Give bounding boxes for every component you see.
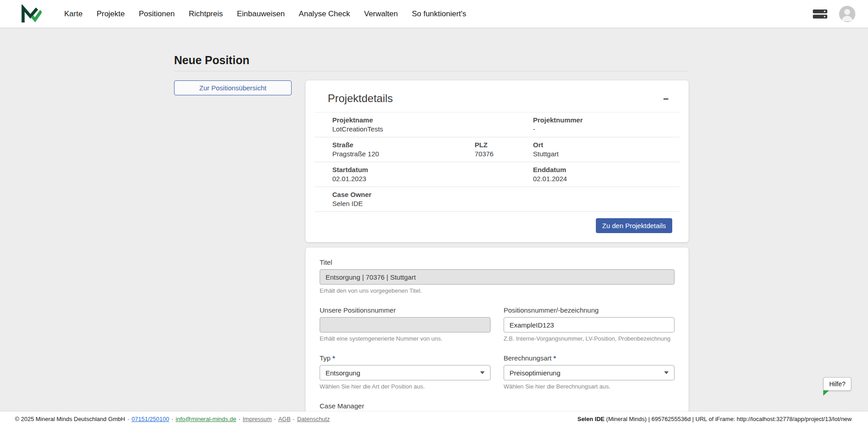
chevron-down-icon — [480, 371, 485, 374]
berechnungsart-help-text: Wählen Sie hier die Berechnungsart aus. — [504, 383, 675, 390]
main-menu: Karte Projekte Positionen Richtpreis Ein… — [64, 9, 466, 19]
nav-analyse-check[interactable]: Analyse Check — [299, 9, 350, 19]
footer-left: © 2025 Mineral Minds Deutschland GmbH · … — [15, 416, 330, 422]
logo-icon — [21, 5, 42, 23]
separator: · — [274, 416, 276, 422]
nav-projekte[interactable]: Projekte — [97, 9, 125, 19]
user-avatar[interactable] — [839, 6, 855, 22]
help-button-label: Hilfe? — [829, 380, 845, 388]
bezeichnung-help-text: Z.B. Interne-Vorgangsnummer, LV-Position… — [504, 335, 675, 342]
projektnummer-label: Projektnummer — [533, 116, 662, 124]
typ-select-value: Entsorgung — [326, 369, 360, 377]
table-row: Projektname LotCreationTests Projektnumm… — [315, 112, 679, 137]
plz-value: 70376 — [475, 150, 533, 158]
right-column: Projektdetails − Projektname LotCreation… — [306, 80, 689, 426]
typ-select[interactable]: Entsorgung — [320, 365, 491, 380]
projektname-value: LotCreationTests — [332, 125, 475, 133]
main-content: Neue Position Zur Positionsübersicht Pro… — [0, 28, 868, 426]
required-asterisk: * — [332, 354, 335, 362]
typ-label: Typ * — [320, 354, 491, 362]
mineral-minds-logo[interactable] — [21, 5, 42, 23]
positionsnummer-input — [320, 317, 491, 332]
session-info: Selen IDE (Mineral Minds) | 69576255536d… — [577, 416, 852, 422]
enddatum-value: 02.01.2024 — [533, 175, 662, 183]
typ-field: Typ * Entsorgung Wählen Sie hier die Art… — [320, 354, 491, 390]
agb-link[interactable]: AGB — [278, 416, 290, 422]
required-asterisk: * — [553, 354, 556, 362]
projektdetails-card: Projektdetails − Projektname LotCreation… — [306, 80, 689, 242]
zu-den-projektdetails-button[interactable]: Zu den Projektdetails — [596, 218, 672, 233]
help-button[interactable]: Hilfe? — [823, 377, 851, 391]
footer: © 2025 Mineral Minds Deutschland GmbH · … — [0, 412, 868, 426]
berechnungsart-field: Berechnungsart * Preisoptimierung Wählen… — [504, 354, 675, 390]
left-column: Zur Positionsübersicht — [174, 80, 292, 95]
case-owner-label: Case Owner — [332, 191, 475, 199]
page-title: Neue Position — [174, 54, 689, 67]
projektnummer-cell: Projektnummer - — [533, 116, 662, 133]
phone-link[interactable]: 07151/250100 — [132, 416, 169, 422]
title-block: Neue Position — [174, 54, 689, 71]
copyright-text: © 2025 Mineral Minds Deutschland GmbH — [15, 416, 125, 422]
titel-label: Titel — [320, 258, 675, 267]
table-row: Startdatum 02.01.2023 Enddatum 02.01.202… — [315, 162, 679, 187]
collapse-icon[interactable]: − — [660, 94, 672, 103]
plz-label: PLZ — [475, 141, 533, 149]
positionsnummer-help-text: Erhält eine systemgenerierte Nummer von … — [320, 335, 491, 342]
plz-cell: PLZ 70376 — [475, 141, 533, 158]
nav-karte[interactable]: Karte — [64, 9, 83, 19]
projektname-label: Projektname — [332, 116, 475, 124]
projektdetails-title: Projektdetails — [328, 92, 393, 105]
email-link[interactable]: info@mineral-minds.de — [176, 416, 236, 422]
chevron-down-icon — [664, 371, 669, 374]
berechnungsart-select[interactable]: Preisoptimierung — [504, 365, 675, 380]
strasse-label: Straße — [332, 141, 475, 149]
positionsnummer-label: Unsere Positionsnummer — [320, 306, 491, 314]
separator: · — [127, 416, 129, 422]
nav-einbauweisen[interactable]: Einbauweisen — [237, 9, 285, 19]
strasse-cell: Straße Pragstraße 120 — [332, 141, 475, 158]
projektnummer-value: - — [533, 125, 662, 133]
impressum-link[interactable]: Impressum — [243, 416, 272, 422]
bezeichnung-input[interactable] — [504, 317, 675, 332]
startdatum-cell: Startdatum 02.01.2023 — [332, 166, 475, 183]
separator: · — [293, 416, 295, 422]
titel-field: Titel Erhält den von uns vorgegebenen Ti… — [320, 258, 675, 295]
bezeichnung-field: Positionsnummer/-bezeichnung Z.B. Intern… — [504, 306, 675, 342]
nav-verwalten[interactable]: Verwalten — [364, 9, 398, 19]
table-row: Straße Pragstraße 120 PLZ 70376 Ort Stut… — [315, 137, 679, 162]
help-bubble-tail — [823, 390, 829, 396]
case-owner-value: Selen IDE — [332, 200, 475, 208]
case-owner-cell: Case Owner Selen IDE — [332, 191, 475, 208]
typ-help-text: Wählen Sie hier die Art der Position aus… — [320, 383, 491, 390]
case-manager-label: Case Manager — [320, 402, 675, 410]
titel-input — [320, 269, 675, 285]
bezeichnung-label: Positionsnummer/-bezeichnung — [504, 306, 675, 314]
projektname-cell: Projektname LotCreationTests — [332, 116, 475, 133]
enddatum-cell: Enddatum 02.01.2024 — [533, 166, 662, 183]
separator: · — [238, 416, 240, 422]
startdatum-value: 02.01.2023 — [332, 175, 475, 183]
titel-help-text: Erhält den von uns vorgegebenen Titel. — [320, 287, 675, 295]
ort-label: Ort — [533, 141, 662, 149]
separator: · — [171, 416, 173, 422]
nav-right-icons — [813, 6, 855, 22]
berechnungsart-select-value: Preisoptimierung — [509, 369, 561, 377]
enddatum-label: Enddatum — [533, 166, 662, 174]
nav-richtpreis[interactable]: Richtpreis — [189, 9, 223, 19]
server-icon[interactable] — [813, 9, 827, 19]
project-details-table: Projektname LotCreationTests Projektnumm… — [315, 112, 679, 212]
nav-positionen[interactable]: Positionen — [139, 9, 175, 19]
top-navigation: Karte Projekte Positionen Richtpreis Ein… — [0, 0, 868, 28]
datenschutz-link[interactable]: Datenschutz — [297, 416, 330, 422]
nav-so-funktionierts[interactable]: So funktioniert's — [412, 9, 466, 19]
ort-cell: Ort Stuttgart — [533, 141, 662, 158]
table-row: Case Owner Selen IDE — [315, 187, 679, 212]
position-form-card: Titel Erhält den von uns vorgegebenen Ti… — [306, 248, 689, 426]
zur-positionsuebersicht-button[interactable]: Zur Positionsübersicht — [174, 80, 292, 95]
ort-value: Stuttgart — [533, 150, 662, 158]
startdatum-label: Startdatum — [332, 166, 475, 174]
session-user: Selen IDE — [577, 416, 604, 422]
person-icon — [839, 6, 855, 22]
session-details: (Mineral Minds) | 69576255536d | URL of … — [604, 416, 852, 422]
positionsnummer-field: Unsere Positionsnummer Erhält eine syste… — [320, 306, 491, 342]
